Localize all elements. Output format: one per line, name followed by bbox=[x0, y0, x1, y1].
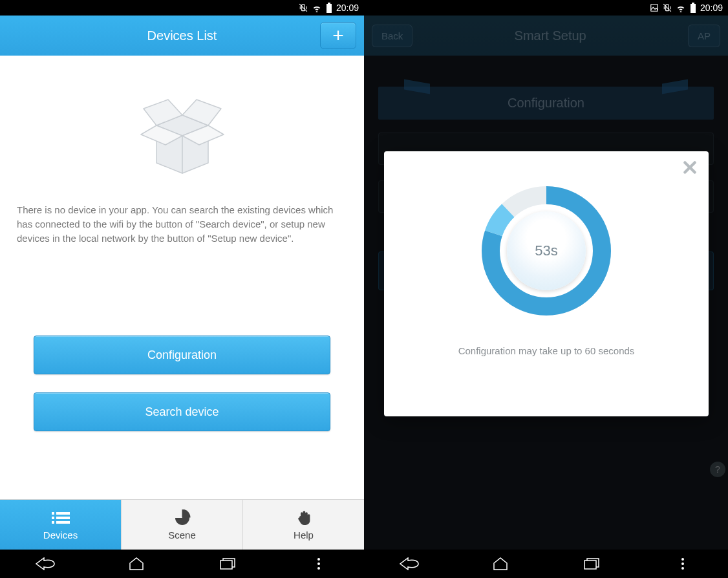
tab-scene-label: Scene bbox=[168, 530, 196, 541]
hand-icon bbox=[295, 509, 312, 527]
countdown-text: 53s bbox=[507, 211, 586, 290]
nav-back-button[interactable] bbox=[32, 555, 58, 573]
status-time: 20:09 bbox=[336, 3, 359, 13]
list-icon bbox=[52, 509, 70, 527]
nav-bar-left bbox=[0, 550, 364, 578]
wifi-icon bbox=[676, 3, 686, 12]
svg-point-35 bbox=[681, 562, 684, 565]
nav-home-button[interactable] bbox=[487, 555, 513, 573]
add-device-button[interactable]: + bbox=[320, 22, 356, 49]
header-title: Devices List bbox=[147, 28, 217, 43]
svg-point-20 bbox=[317, 558, 320, 561]
svg-rect-4 bbox=[328, 3, 330, 4]
svg-point-22 bbox=[317, 567, 320, 570]
image-icon bbox=[650, 3, 659, 12]
left-body: There is no device in your app. You can … bbox=[0, 56, 364, 499]
left-pane: 20:09 Devices List + There is no device … bbox=[0, 0, 364, 578]
tab-help[interactable]: Help bbox=[243, 500, 364, 550]
battery-icon bbox=[326, 3, 332, 13]
plus-icon: + bbox=[332, 26, 344, 45]
wifi-icon bbox=[312, 3, 322, 12]
battery-icon bbox=[690, 3, 696, 13]
progress-spinner: 53s bbox=[475, 180, 617, 322]
svg-rect-23 bbox=[651, 5, 658, 12]
nav-bar-right bbox=[364, 550, 728, 578]
nav-back-button[interactable] bbox=[396, 555, 422, 573]
tab-help-label: Help bbox=[294, 530, 314, 541]
nav-home-button[interactable] bbox=[123, 555, 149, 573]
svg-rect-16 bbox=[56, 517, 70, 519]
svg-rect-13 bbox=[52, 512, 54, 515]
empty-state-text: There is no device in your app. You can … bbox=[10, 203, 354, 245]
svg-rect-5 bbox=[327, 4, 332, 13]
configuration-button[interactable]: Configuration bbox=[34, 336, 330, 374]
svg-point-36 bbox=[681, 567, 684, 570]
vibrate-icon bbox=[299, 3, 308, 12]
svg-rect-15 bbox=[52, 517, 54, 519]
tab-devices[interactable]: Devices bbox=[0, 500, 122, 550]
close-button[interactable] bbox=[680, 158, 700, 177]
right-content: Back Smart Setup AP Configuration Setup … bbox=[364, 16, 728, 550]
header-left: Devices List + bbox=[0, 16, 364, 56]
status-time: 20:09 bbox=[700, 3, 723, 13]
progress-modal: 53s Configuration may take up to 60 seco… bbox=[384, 151, 709, 416]
right-pane: 20:09 Back Smart Setup AP Configuration … bbox=[364, 0, 728, 578]
status-bar-left: 20:09 bbox=[0, 0, 364, 16]
nav-menu-button[interactable] bbox=[306, 555, 332, 573]
svg-point-21 bbox=[317, 562, 320, 565]
tab-bar: Devices Scene Help bbox=[0, 499, 364, 550]
svg-rect-14 bbox=[56, 512, 70, 515]
svg-rect-29 bbox=[691, 4, 696, 13]
svg-point-34 bbox=[681, 558, 684, 561]
svg-rect-18 bbox=[56, 521, 70, 524]
status-bar-right: 20:09 bbox=[364, 0, 728, 16]
nav-menu-button[interactable] bbox=[670, 555, 696, 573]
nav-recent-button[interactable] bbox=[215, 555, 241, 573]
tab-devices-label: Devices bbox=[43, 530, 78, 541]
svg-rect-19 bbox=[220, 561, 232, 569]
svg-rect-33 bbox=[584, 561, 596, 569]
search-device-button[interactable]: Search device bbox=[34, 392, 330, 431]
vibrate-icon bbox=[663, 3, 672, 12]
svg-rect-17 bbox=[52, 521, 54, 524]
tab-scene[interactable]: Scene bbox=[122, 500, 243, 550]
svg-rect-28 bbox=[692, 3, 694, 4]
modal-message: Configuration may take up to 60 seconds bbox=[458, 345, 635, 356]
button-stack: Configuration Search device bbox=[10, 336, 354, 449]
empty-box-icon bbox=[131, 80, 234, 184]
pie-icon bbox=[174, 509, 191, 527]
nav-recent-button[interactable] bbox=[579, 555, 605, 573]
